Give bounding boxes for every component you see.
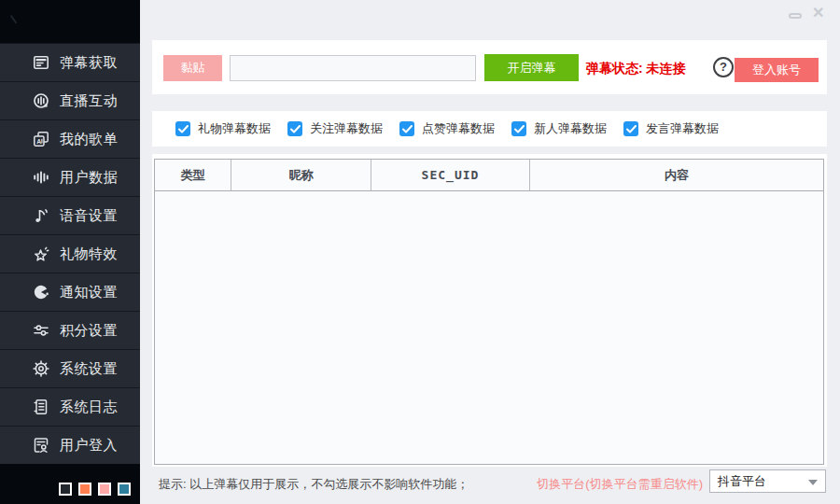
sidebar-item-label: 用户数据 [60, 169, 118, 187]
filter-like-danmaku[interactable]: 点赞弹幕数据 [399, 120, 511, 137]
sidebar-item-system-log[interactable]: 系统日志 [0, 388, 140, 427]
sidebar-item-label: 用户登入 [60, 437, 118, 455]
system-settings-icon [32, 359, 50, 378]
filter-follow-danmaku[interactable]: 关注弹幕数据 [287, 120, 399, 137]
minimize-icon[interactable] [789, 13, 802, 19]
sidebar-item-gift-effects[interactable]: 礼物特效 [0, 235, 140, 273]
sidebar-item-voice-settings[interactable]: 语音设置 [0, 197, 140, 235]
sidebar-footer [0, 464, 140, 504]
playlist-icon: A [32, 130, 50, 148]
checkbox-checked-icon [399, 121, 414, 136]
points-icon [32, 321, 50, 340]
danmaku-table: 类型 昵称 SEC_UID 内容 [154, 159, 824, 465]
sidebar-item-live-interact[interactable]: 直播互动 [0, 82, 140, 120]
sidebar: 弹幕获取 直播互动 [0, 0, 140, 504]
sidebar-item-notification-settings[interactable]: 通知设置 [0, 273, 140, 312]
sidebar-item-label: 通知设置 [60, 284, 118, 301]
filter-newcomer-danmaku[interactable]: 新人弹幕数据 [511, 120, 623, 137]
theme-swatch-dark[interactable] [59, 483, 72, 496]
start-danmaku-button[interactable]: 开启弹幕 [484, 54, 579, 81]
sidebar-item-system-settings[interactable]: 系统设置 [0, 350, 140, 388]
sidebar-item-danmaku-fetch[interactable]: 弹幕获取 [0, 44, 140, 82]
theme-swatch-teal[interactable] [118, 483, 131, 496]
sidebar-item-label: 系统日志 [60, 399, 118, 416]
room-url-input[interactable] [230, 55, 476, 81]
theme-swatch-orange[interactable] [78, 483, 91, 496]
sidebar-item-label: 语音设置 [60, 207, 118, 225]
filter-label: 礼物弹幕数据 [198, 120, 271, 137]
sidebar-item-label: 系统设置 [60, 360, 118, 378]
filter-label: 关注弹幕数据 [310, 120, 383, 137]
column-header-sec-uid: SEC_UID [371, 160, 530, 190]
gift-effects-icon [32, 245, 50, 263]
checkbox-checked-icon [287, 121, 302, 136]
sidebar-item-points-settings[interactable]: 积分设置 [0, 312, 140, 350]
checkbox-checked-icon [175, 121, 190, 136]
sidebar-nav: 弹幕获取 直播互动 [0, 43, 140, 465]
close-icon[interactable]: ✕ [812, 5, 824, 21]
voice-settings-icon [32, 206, 50, 225]
sidebar-item-user-login[interactable]: 用户登入 [0, 427, 140, 465]
table-header-row: 类型 昵称 SEC_UID 内容 [155, 160, 823, 191]
danmaku-table-panel: 类型 昵称 SEC_UID 内容 [152, 154, 827, 467]
live-interact-icon [32, 91, 50, 110]
danmaku-filter-panel: 礼物弹幕数据 关注弹幕数据 点赞弹幕数据 新人弹幕数据 发言弹幕数据 [152, 111, 827, 147]
danmaku-status-text: 弹幕状态: 未连接 [586, 61, 686, 77]
switch-platform-label: 切换平台(切换平台需重启软件) [537, 476, 703, 493]
filter-label: 新人弹幕数据 [534, 120, 607, 137]
column-header-nickname: 昵称 [231, 160, 371, 190]
connection-panel: 黏贴 开启弹幕 弹幕状态: 未连接 ? 登入账号 [152, 40, 827, 94]
filter-label: 点赞弹幕数据 [422, 120, 495, 137]
chevron-down-icon [808, 480, 818, 485]
sidebar-item-label: 直播互动 [60, 92, 118, 110]
logo-mark [10, 12, 21, 24]
column-header-content: 内容 [530, 160, 823, 190]
theme-swatches [59, 483, 131, 496]
checkbox-checked-icon [623, 121, 638, 136]
danmaku-icon [32, 53, 50, 72]
filter-chat-danmaku[interactable]: 发言弹幕数据 [623, 120, 735, 137]
notification-icon [32, 283, 50, 301]
sidebar-item-label: 礼物特效 [60, 245, 118, 263]
footer-hint-text: 提示: 以上弹幕仅用于展示，不勾选展示不影响软件功能； [159, 476, 469, 493]
table-body-empty [155, 191, 823, 465]
svg-text:A: A [36, 138, 41, 145]
sidebar-item-user-data[interactable]: 用户数据 [0, 159, 140, 197]
sidebar-header [0, 0, 140, 43]
platform-select[interactable]: 抖音平台 [709, 469, 826, 493]
login-account-button[interactable]: 登入账号 [735, 58, 819, 82]
paste-button[interactable]: 黏贴 [163, 55, 222, 81]
filter-gift-danmaku[interactable]: 礼物弹幕数据 [175, 120, 287, 137]
column-header-type: 类型 [155, 160, 231, 190]
platform-selected-value: 抖音平台 [718, 473, 766, 490]
sidebar-item-label: 我的歌单 [60, 131, 118, 148]
sidebar-item-label: 积分设置 [60, 322, 118, 340]
app-window: 弹幕获取 直播互动 [0, 0, 840, 504]
filter-label: 发言弹幕数据 [646, 120, 719, 137]
user-data-icon [32, 168, 50, 187]
help-icon[interactable]: ? [713, 57, 734, 77]
user-login-icon [32, 436, 50, 455]
checkbox-checked-icon [511, 121, 526, 136]
system-log-icon [32, 398, 50, 416]
sidebar-item-my-playlist[interactable]: A 我的歌单 [0, 120, 140, 159]
sidebar-item-label: 弹幕获取 [60, 54, 118, 72]
theme-swatch-pink[interactable] [98, 483, 111, 496]
